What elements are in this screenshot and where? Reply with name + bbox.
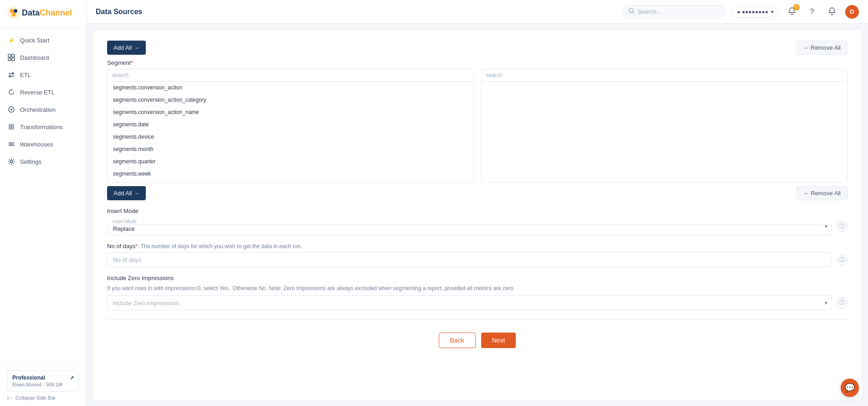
sidebar-item-label: Orchestration [20,106,56,113]
no-of-days-label: No of days*. The number of days for whic… [107,243,847,250]
sidebar-item-label: Reverse ETL [20,89,55,96]
professional-label: Professional ↗ [12,375,74,381]
segment-left-panel: segments.conversion_action segments.conv… [107,69,474,182]
insert-mode-section: Insert Mode Insert Mode Replace Append U… [107,208,847,235]
list-item[interactable]: segments.date [108,119,473,131]
svg-rect-4 [8,54,11,57]
segment-right-list [482,82,847,182]
no-of-days-section: No of days*. The number of days for whic… [107,243,847,267]
list-item[interactable]: segments.month [108,143,473,156]
no-of-days-input[interactable] [107,252,832,267]
insert-mode-select[interactable]: Replace Append Upsert [107,224,832,235]
search-icon [628,8,635,16]
segment-label: Segment* [107,59,847,66]
list-item[interactable]: segments.conversion_action [108,82,473,94]
bottom-controls-row: Add All → ← Remove All [107,186,847,200]
logo-channel-text: Channel [40,8,72,18]
segment-left-list: segments.conversion_action segments.conv… [108,82,473,182]
alert-bell-icon [828,7,836,17]
warehouses-icon [7,140,15,148]
zero-impressions-wrapper: Yes No Include Zero Impressions ▾ [107,295,832,310]
svg-point-2 [14,9,17,13]
chevron-down-icon: ▾ [771,9,774,15]
help-btn[interactable]: ? [805,5,819,19]
segment-left-search[interactable] [108,69,473,82]
rows-moved: Rows Moved - 569.1M [12,382,74,387]
sidebar-bottom: Professional ↗ Rows Moved - 569.1M |← Co… [0,364,86,406]
alerts-btn[interactable] [825,5,839,19]
content-area: Add All → ← Remove All Segment* segments… [92,29,863,401]
add-all-button-top[interactable]: Add All → [107,41,146,55]
collapse-sidebar-btn[interactable]: |← Collapse Side Bar [7,395,79,401]
insert-mode-wrapper: Insert Mode Replace Append Upsert ▾ [107,217,832,235]
no-of-days-info-icon[interactable]: ⓘ [837,255,847,265]
add-all-button-bottom[interactable]: Add All → [107,186,146,200]
external-link-icon[interactable]: ↗ [70,375,74,381]
sidebar-item-label: ETL [20,72,31,78]
chat-icon: 💬 [845,383,855,393]
top-controls-row: Add All → ← Remove All [107,41,847,55]
no-of-days-row: ⓘ [107,252,847,267]
footer-divider [107,319,847,320]
remove-all-button-top[interactable]: ← Remove All [796,41,847,55]
transformations-icon [7,123,15,131]
sidebar-item-label: Settings [20,158,41,165]
etl-icon [7,71,15,79]
list-item[interactable]: segments.week [108,168,473,180]
insert-mode-info-icon[interactable]: ⓘ [837,221,847,232]
notification-badge: 7 [793,4,800,10]
main-area: Data Sources ● ●●●●●●●● ▾ [87,0,868,406]
collapse-icon: |← [7,395,14,401]
help-icon: ? [810,8,814,16]
sidebar-item-transformations[interactable]: Transformations [0,118,86,135]
user-avatar[interactable]: D [845,5,859,19]
sidebar-item-reverse-etl[interactable]: Reverse ETL [0,83,86,101]
sidebar-item-orchestration[interactable]: Orchestration [0,101,86,118]
list-item[interactable]: segments.quarter [108,156,473,168]
sidebar-item-dashboard[interactable]: Dashboard [0,49,86,66]
sidebar-item-warehouses[interactable]: Warehouses [0,135,86,153]
back-button[interactable]: Back [439,333,476,348]
list-item[interactable]: segments.conversion_action_name [108,106,473,119]
next-button[interactable]: Next [481,333,516,348]
logo-icon: DataChannel [7,6,72,19]
segment-section: Segment* segments.conversion_action segm… [107,59,847,200]
svg-point-9 [10,109,12,110]
topbar-right: ● ●●●●●●●● ▾ 7 ? [732,5,859,19]
dashboard-icon [7,53,15,62]
zero-impressions-info-icon[interactable]: ⓘ [837,297,847,308]
settings-icon [7,157,15,166]
logo-data-text: Data [22,8,40,18]
sidebar-item-etl[interactable]: ETL [0,66,86,83]
logo: DataChannel [0,0,86,28]
svg-point-13 [10,161,13,163]
notifications-btn[interactable]: 7 [785,5,799,19]
sidebar-nav: ⚡ Quick Start Dashboard ETL [0,28,86,364]
chat-button[interactable]: 💬 [841,379,859,397]
zero-impressions-label: Include Zero Impressions [107,275,847,281]
search-input[interactable] [637,8,719,15]
list-item[interactable]: segments.conversion_action_category [108,94,473,106]
zero-impressions-select[interactable]: Yes No [107,295,832,310]
list-item[interactable]: segments.year [108,180,473,182]
professional-box: Professional ↗ Rows Moved - 569.1M [7,370,79,391]
reverse-etl-icon [7,88,15,96]
sidebar-item-quick-start[interactable]: ⚡ Quick Start [0,31,86,49]
svg-rect-6 [8,58,11,61]
insert-mode-label: Insert Mode [107,208,847,214]
sidebar-item-label: Warehouses [20,141,53,148]
zero-impressions-row: Yes No Include Zero Impressions ▾ ⓘ [107,295,847,310]
sidebar-item-label: Transformations [20,124,62,130]
svg-rect-5 [12,54,15,57]
svg-point-1 [10,9,14,13]
user-menu-btn[interactable]: ● ●●●●●●●● ▾ [732,6,779,17]
list-item[interactable]: segments.device [108,131,473,143]
segment-right-search[interactable] [482,69,847,82]
insert-mode-row: Insert Mode Replace Append Upsert ▾ ⓘ [107,217,847,235]
segment-dual-list: segments.conversion_action segments.conv… [107,69,847,182]
sidebar-item-label: Quick Start [20,37,49,44]
remove-all-button-bottom[interactable]: ← Remove All [796,186,847,200]
global-search[interactable] [622,5,725,19]
segment-right-panel [481,69,848,182]
sidebar-item-settings[interactable]: Settings [0,153,86,170]
